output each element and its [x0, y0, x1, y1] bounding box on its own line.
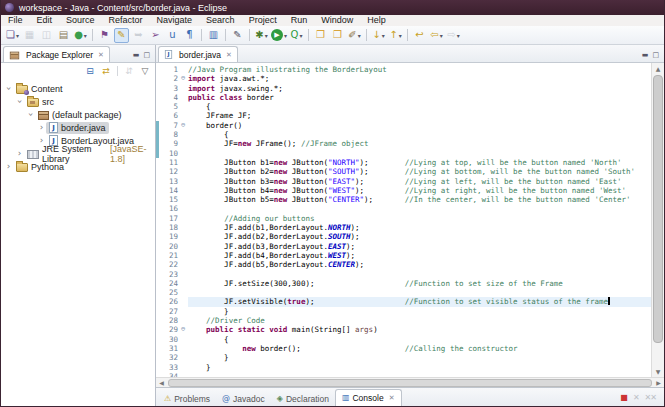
code-text[interactable]: border() [188, 121, 651, 130]
code-text[interactable]: } [188, 353, 651, 362]
code-text[interactable]: //Java Program illustrating the BorderLa… [188, 65, 651, 74]
code-text[interactable]: public static void main(String[] args) [188, 325, 651, 334]
toolbar-button-back[interactable]: ⇦▾ [429, 28, 444, 43]
code-text[interactable]: import javax.swing.*; [188, 84, 651, 93]
code-text[interactable]: JF.add(b1,BorderLayout.NORTH); [188, 223, 651, 232]
expand-chevron-icon[interactable]: › [15, 149, 24, 158]
tree-item-content[interactable]: ›Content [1, 82, 155, 95]
dropdown-arrow-icon[interactable]: ▾ [358, 32, 361, 39]
link-with-editor-icon[interactable]: ⇄ [99, 65, 113, 78]
title-bar[interactable]: workspace - Java - Content/src/border.ja… [1, 0, 664, 15]
toolbar-button-next-annotation[interactable]: ↓▾ [371, 28, 386, 43]
code-text[interactable]: JF=new JFrame(); //JFrame object [188, 139, 651, 148]
code-editor[interactable]: 1//Java Program illustrating the BorderL… [156, 63, 651, 377]
minimize-icon[interactable]: ▬ [642, 52, 649, 59]
toolbar-button-save[interactable]: ▦ [22, 28, 37, 43]
bottom-tab-javadoc[interactable]: @Javadoc [216, 391, 271, 406]
menu-item-edit[interactable]: Edit [30, 15, 60, 26]
horizontal-scrollbar[interactable]: ◀ ▶ [156, 377, 664, 387]
fold-marker[interactable]: ⊖ [178, 121, 188, 130]
menu-item-project[interactable]: Project [242, 15, 284, 26]
menu-item-search[interactable]: Search [199, 15, 242, 26]
dropdown-arrow-icon[interactable]: ▾ [382, 32, 385, 39]
expand-chevron-icon[interactable]: › [4, 162, 13, 171]
toolbar-button-open-folder[interactable]: ❐ [313, 28, 328, 43]
code-text[interactable]: //Adding our buttons [188, 214, 651, 223]
dropdown-arrow-icon[interactable]: ▾ [399, 32, 402, 39]
collapse-chevron-icon[interactable]: › [15, 97, 24, 106]
close-icon[interactable]: ✕ [98, 51, 104, 59]
tab-border-java[interactable]: border.java ✕ [158, 46, 238, 62]
toolbar-button-new-wizard[interactable]: ❏▾ [5, 28, 20, 43]
scroll-left-icon[interactable]: ◀ [156, 379, 167, 386]
maximize-icon[interactable]: □ [652, 52, 659, 59]
toolbar-button-console-view[interactable]: ▥ [206, 28, 221, 43]
toolbar-button-new-java-project[interactable]: ⚑ [97, 28, 112, 43]
code-text[interactable]: JF.setSize(300,300); //Function to set s… [188, 279, 651, 288]
toolbar-button-print[interactable]: ▤ [56, 28, 71, 43]
tree-item-src[interactable]: ›src [1, 95, 155, 108]
code-text[interactable]: JF.add(b5,BorderLayout.CENTER); [188, 260, 651, 269]
menu-item-window[interactable]: Window [314, 15, 360, 26]
code-text[interactable]: JButton b1=new JButton("NORTH"); //Lying… [188, 158, 651, 167]
toolbar-button-last-edit-location[interactable]: ↩ [412, 28, 427, 43]
toolbar-button-save-all[interactable]: ◫ [39, 28, 54, 43]
menu-item-refactor[interactable]: Refactor [102, 15, 150, 26]
code-text[interactable]: JF.add(b4,BorderLayout.WEST); [188, 251, 651, 260]
code-text[interactable]: { [188, 130, 651, 139]
bottom-tab-declaration[interactable]: ◈Declaration [271, 391, 335, 406]
toolbar-button-task-marker[interactable]: ¶ [182, 28, 197, 43]
code-text[interactable]: JFrame JF; [188, 111, 651, 120]
menu-item-help[interactable]: Help [360, 15, 393, 26]
horizontal-scrollbar-thumb[interactable] [168, 379, 652, 387]
dropdown-arrow-icon[interactable]: ▾ [16, 32, 19, 39]
toolbar-button-mark-occurrences[interactable]: ✐▾ [347, 28, 362, 43]
code-text[interactable]: JButton b2=new JButton("SOUTH"); //Lying… [188, 167, 651, 176]
collapse-all-icon[interactable]: ⊟ [83, 65, 97, 78]
view-menu-icon[interactable]: ▽ [138, 65, 152, 78]
maximize-icon[interactable]: □ [143, 52, 150, 59]
scroll-up-icon[interactable]: ▲ [652, 63, 664, 74]
close-icon[interactable]: ✕ [226, 51, 232, 59]
vertical-scrollbar[interactable]: ▲ ▼ [651, 63, 664, 377]
dropdown-arrow-icon[interactable]: ▾ [457, 32, 460, 39]
dropdown-arrow-icon[interactable]: ▾ [84, 32, 87, 39]
toolbar-button-profile[interactable]: Q▾ [289, 28, 304, 43]
tree-item-jre-system-library[interactable]: ›JRE System Library[JavaSE-1.8] [1, 147, 155, 160]
menu-item-source[interactable]: Source [59, 15, 102, 26]
code-text[interactable]: } [188, 363, 651, 372]
menu-item-navigate[interactable]: Navigate [150, 15, 200, 26]
remove-launch-icon[interactable]: ✕ [633, 394, 639, 402]
dropdown-arrow-icon[interactable]: ▾ [299, 32, 302, 39]
tab-package-explorer[interactable]: Package Explorer ✕ [3, 46, 110, 62]
bottom-tab-problems[interactable]: ⚠Problems [158, 391, 216, 406]
expand-chevron-icon[interactable]: › [37, 123, 46, 132]
toolbar-button-forward[interactable]: ⇨▾ [446, 28, 461, 43]
menu-item-file[interactable]: File [1, 15, 30, 26]
dropdown-arrow-icon[interactable]: ▾ [265, 32, 268, 39]
code-text[interactable]: JButton b4=new JButton("WEST"); //Lying … [188, 186, 651, 195]
toolbar-button-previous-annotation[interactable]: ↑▾ [388, 28, 403, 43]
code-text[interactable]: public class border [188, 93, 651, 102]
close-icon[interactable]: ✕ [389, 394, 395, 402]
code-text[interactable]: } [188, 307, 651, 316]
code-text[interactable]: new border(); //Calling the constructor [188, 344, 651, 353]
toolbar-button-open-task[interactable]: ●▾ [73, 28, 88, 43]
code-text[interactable]: JF.add(b3,BorderLayout.EAST); [188, 242, 651, 251]
toolbar-button-junit[interactable]: u [165, 28, 180, 43]
fold-marker[interactable]: ⊖ [178, 74, 188, 83]
code-text[interactable]: { [188, 335, 651, 344]
scroll-right-icon[interactable]: ▶ [653, 379, 664, 386]
code-text[interactable] [188, 270, 651, 279]
menu-item-run[interactable]: Run [284, 15, 315, 26]
tree-item-default-package[interactable]: ›(default package) [1, 108, 155, 121]
toolbar-button-annotate-pen[interactable]: ✎ [230, 28, 245, 43]
scroll-down-icon[interactable]: ▼ [652, 366, 664, 377]
code-text[interactable]: JF.add(b2,BorderLayout.SOUTH); [188, 232, 651, 241]
remove-all-terminated-icon[interactable]: ✕✕ [645, 394, 656, 402]
dropdown-arrow-icon[interactable]: ▾ [440, 32, 443, 39]
terminate-icon[interactable]: ■ [620, 394, 627, 402]
code-text[interactable] [188, 204, 651, 213]
code-text[interactable]: JButton b5=new JButton("CENTER"); //In t… [188, 195, 651, 204]
collapse-chevron-icon[interactable]: › [26, 110, 35, 119]
